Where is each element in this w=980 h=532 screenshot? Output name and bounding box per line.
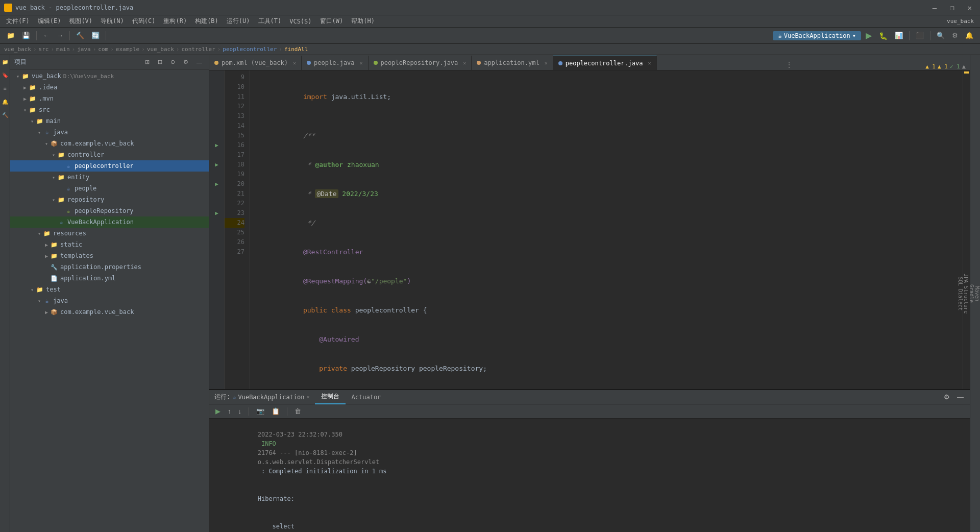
tab-action-more[interactable]: ⋮ <box>785 60 794 70</box>
tree-item-test-package[interactable]: ▶ 📦 com.example.vue_back <box>10 306 209 318</box>
toolbar-settings[interactable]: ⚙ <box>949 30 961 41</box>
tab-pom-xml[interactable]: pom.xml (vue_back) ✕ <box>209 56 302 70</box>
breadcrumb-part[interactable]: peoplecontroller <box>223 46 277 53</box>
breadcrumb-part[interactable]: vue_back <box>147 46 174 53</box>
sidebar-icon-project[interactable]: 📁 <box>1 57 10 66</box>
console-down[interactable]: ↓ <box>236 406 244 416</box>
maven-panel[interactable]: Maven <box>974 284 980 303</box>
tree-item-mvn[interactable]: ▶ 📁 .mvn <box>10 93 209 104</box>
sidebar-minimize[interactable]: — <box>194 58 205 67</box>
bottom-minimize[interactable]: — <box>955 392 966 402</box>
sidebar-collapse[interactable]: ⊟ <box>155 57 165 67</box>
breadcrumb-part[interactable]: com <box>98 46 108 53</box>
tree-item-app-yml[interactable]: 📄 application.yml <box>10 273 209 284</box>
breadcrumb-part[interactable]: findAll <box>284 46 308 53</box>
window-controls[interactable]: — ❐ ✕ <box>928 3 976 13</box>
tree-item-main[interactable]: ▾ 📁 main <box>10 115 209 127</box>
tree-item-idea[interactable]: ▶ 📁 .idea <box>10 82 209 93</box>
tab-close[interactable]: ✕ <box>648 60 651 66</box>
console-tab[interactable]: 控制台 <box>315 390 346 404</box>
tab-close[interactable]: ✕ <box>463 60 466 66</box>
toolbar-build[interactable]: 🔨 <box>74 30 87 41</box>
tree-item-people[interactable]: ☕ people <box>10 183 209 194</box>
toolbar-search[interactable]: 🔍 <box>934 30 947 41</box>
tree-item-peoplecontroller[interactable]: ☕ peoplecontroller <box>10 160 209 172</box>
sidebar-icon-bookmark[interactable]: 🔖 <box>1 70 10 80</box>
tree-item-controller[interactable]: ▾ 📁 controller <box>10 149 209 160</box>
toolbar-stop[interactable]: ⬛ <box>913 30 926 41</box>
gutter-run-2[interactable]: ▶ <box>213 160 221 170</box>
tree-item-repository[interactable]: ▾ 📁 repository <box>10 194 209 205</box>
tree-item-package[interactable]: ▾ 📦 com.example.vue_back <box>10 138 209 149</box>
scroll-up[interactable]: ▲ <box>962 63 966 70</box>
toolbar-forward[interactable]: → <box>54 30 66 41</box>
code-content[interactable]: import java.util.List; /** * @author zha… <box>250 70 963 389</box>
tree-item-static[interactable]: ▶ 📁 static <box>10 239 209 250</box>
tree-item-java[interactable]: ▾ ☕ java <box>10 127 209 138</box>
menu-nav[interactable]: 导航(N) <box>96 16 128 27</box>
tree-item-test[interactable]: ▾ 📁 test <box>10 284 209 295</box>
menu-view[interactable]: 视图(V) <box>65 16 96 27</box>
run-config-selector[interactable]: ☕ VueBackApplication ▾ <box>773 31 861 40</box>
toolbar-save[interactable]: 💾 <box>19 30 33 41</box>
tree-item-test-java[interactable]: ▾ ☕ java <box>10 295 209 306</box>
tab-people-repo[interactable]: peopleRepository.java ✕ <box>369 56 472 70</box>
breadcrumb-part[interactable]: example <box>116 46 139 53</box>
toolbar-sync[interactable]: 🔄 <box>89 30 102 41</box>
close-button[interactable]: ✕ <box>964 3 976 13</box>
sidebar-icon-structure[interactable]: ≡ <box>1 84 10 93</box>
gutter-run-1[interactable]: ▶ <box>213 140 221 150</box>
tree-item-app-properties[interactable]: 🔧 application.properties <box>10 261 209 273</box>
tab-close[interactable]: ✕ <box>293 60 296 66</box>
gutter-run-4[interactable]: ▶ <box>213 208 221 218</box>
toolbar-back[interactable]: ← <box>40 30 52 41</box>
menu-refactor[interactable]: 重构(R) <box>159 16 191 27</box>
sidebar-icon-notification[interactable]: 🔔 <box>1 97 10 106</box>
menu-window[interactable]: 窗口(W) <box>316 16 348 27</box>
tab-close[interactable]: ✕ <box>545 60 548 66</box>
tree-item-root[interactable]: ▾ 📁 vue_back D:\Vue\vue_back <box>10 70 209 82</box>
tab-application-yml[interactable]: application.yml ✕ <box>472 56 553 70</box>
menu-build[interactable]: 构建(B) <box>191 16 223 27</box>
console-restart[interactable]: ▶ <box>213 406 223 416</box>
toolbar-update[interactable]: 🔔 <box>963 30 976 41</box>
tree-item-resources[interactable]: ▾ 📁 resources <box>10 228 209 239</box>
menu-code[interactable]: 代码(C) <box>128 16 160 27</box>
run-button[interactable]: ▶ <box>863 29 874 42</box>
sidebar-expand[interactable]: ⊞ <box>142 57 152 67</box>
bottom-settings[interactable]: ⚙ <box>942 392 952 402</box>
menu-file[interactable]: 文件(F) <box>2 16 34 27</box>
tree-item-src[interactable]: ▾ 📁 src <box>10 104 209 115</box>
tab-people-java[interactable]: people.java ✕ <box>302 56 369 70</box>
menu-vcs[interactable]: VCS(S) <box>285 17 315 26</box>
menu-tools[interactable]: 工具(T) <box>254 16 286 27</box>
menu-run[interactable]: 运行(U) <box>223 16 254 27</box>
tab-close[interactable]: ✕ <box>360 60 363 66</box>
console-up[interactable]: ↑ <box>226 406 233 416</box>
toolbar-open[interactable]: 📁 <box>4 30 17 41</box>
jpa-panel[interactable]: JPA Structure <box>963 272 969 316</box>
breadcrumb-part[interactable]: vue_back <box>4 46 31 53</box>
tree-item-entity[interactable]: ▾ 📁 entity <box>10 172 209 183</box>
minimize-button[interactable]: — <box>928 3 941 13</box>
maximize-button[interactable]: ❐ <box>946 3 958 13</box>
tab-peoplecontroller[interactable]: peoplecontroller.java ✕ <box>553 56 657 70</box>
tree-item-vue-back-app[interactable]: ☕ VueBackApplication <box>10 216 209 228</box>
breadcrumb-part[interactable]: main <box>56 46 70 53</box>
sidebar-icon-build[interactable]: 🔨 <box>1 110 10 119</box>
console-camera[interactable]: 📷 <box>254 406 266 416</box>
gradle-panel[interactable]: Gradle <box>969 282 974 305</box>
tree-item-templates[interactable]: ▶ 📁 templates <box>10 250 209 261</box>
breadcrumb-part[interactable]: controller <box>181 46 215 53</box>
console-copy[interactable]: 📋 <box>270 406 282 416</box>
breadcrumb-part[interactable]: java <box>77 46 91 53</box>
sidebar-scroll-to[interactable]: ⊙ <box>168 57 178 67</box>
actuator-tab[interactable]: Actuator <box>346 390 387 404</box>
sidebar-settings[interactable]: ⚙ <box>181 57 191 67</box>
console-clear[interactable]: 🗑 <box>292 406 303 416</box>
breadcrumb-part[interactable]: src <box>39 46 49 53</box>
run-close[interactable]: ✕ <box>307 394 310 400</box>
menu-edit[interactable]: 编辑(E) <box>34 16 65 27</box>
debug-button[interactable]: 🐛 <box>876 30 890 41</box>
gutter-run-3[interactable]: ▶ <box>213 179 221 189</box>
